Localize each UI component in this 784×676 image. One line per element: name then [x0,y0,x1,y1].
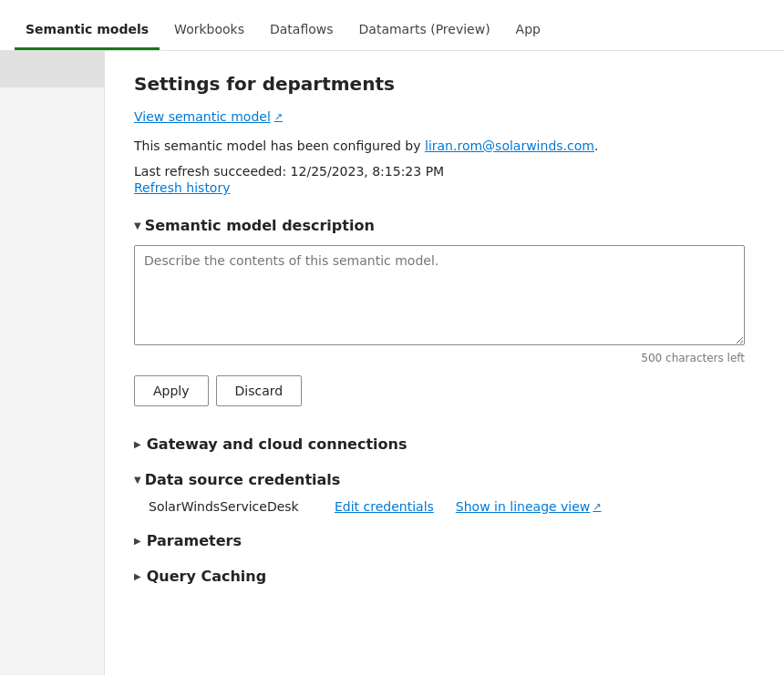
datasource-collapse-icon: ▼ [134,475,141,485]
external-link-icon: ↗ [274,111,283,123]
tab-datamarts[interactable]: Datamarts (Preview) [348,22,501,50]
description-section-title: Semantic model description [145,217,375,234]
edit-credentials-link[interactable]: Edit credentials [335,499,434,514]
page-title: Settings for departments [134,73,755,95]
description-section-header[interactable]: ▼ Semantic model description [134,217,755,234]
gateway-expand-icon: ▶ [134,439,141,449]
refresh-history-link[interactable]: Refresh history [134,180,230,195]
view-semantic-model-link[interactable]: View semantic model ↗ [134,109,283,124]
description-button-row: Apply Discard [134,375,755,406]
apply-button[interactable]: Apply [134,375,209,406]
main-content: Settings for departments View semantic m… [105,51,784,675]
gateway-section-header[interactable]: ▶ Gateway and cloud connections [134,435,755,453]
query-caching-section: ▶ Query Caching [134,568,755,585]
parameters-section: ▶ Parameters [134,532,755,549]
description-textarea[interactable] [134,245,745,345]
description-section: ▼ Semantic model description 500 charact… [134,217,755,406]
description-collapse-icon: ▼ [134,220,141,230]
datasource-section-title: Data source credentials [145,471,341,488]
char-count-label: 500 characters left [134,352,745,364]
discard-button[interactable]: Discard [216,375,303,406]
gateway-section-title: Gateway and cloud connections [147,435,407,453]
parameters-section-header[interactable]: ▶ Parameters [134,532,755,549]
top-navigation: Semantic models Workbooks Dataflows Data… [0,0,784,51]
tab-workbooks[interactable]: Workbooks [163,22,255,50]
gateway-section: ▶ Gateway and cloud connections [134,435,755,453]
query-caching-expand-icon: ▶ [134,571,141,581]
query-caching-section-header[interactable]: ▶ Query Caching [134,568,755,585]
configured-by-email[interactable]: liran.rom@solarwinds.com [425,138,594,153]
configured-by-text: This semantic model has been configured … [134,138,755,153]
sidebar-placeholder [0,51,104,87]
query-caching-section-title: Query Caching [147,568,266,585]
datasource-section: ▼ Data source credentials SolarWindsServ… [134,471,755,514]
lineage-view-link[interactable]: Show in lineage view ↗ [456,499,602,514]
datasource-name: SolarWindsServiceDesk [149,499,313,514]
parameters-expand-icon: ▶ [134,536,141,546]
lineage-external-icon: ↗ [593,501,601,513]
last-refresh-text: Last refresh succeeded: 12/25/2023, 8:15… [134,164,755,179]
parameters-section-title: Parameters [147,532,242,549]
tab-dataflows[interactable]: Dataflows [259,22,345,50]
page-layout: Settings for departments View semantic m… [0,51,784,675]
tab-app[interactable]: App [505,22,552,50]
sidebar [0,51,105,675]
datasource-row: SolarWindsServiceDesk Edit credentials S… [134,499,755,514]
datasource-section-header[interactable]: ▼ Data source credentials [134,471,755,488]
tab-semantic-models[interactable]: Semantic models [15,22,160,50]
